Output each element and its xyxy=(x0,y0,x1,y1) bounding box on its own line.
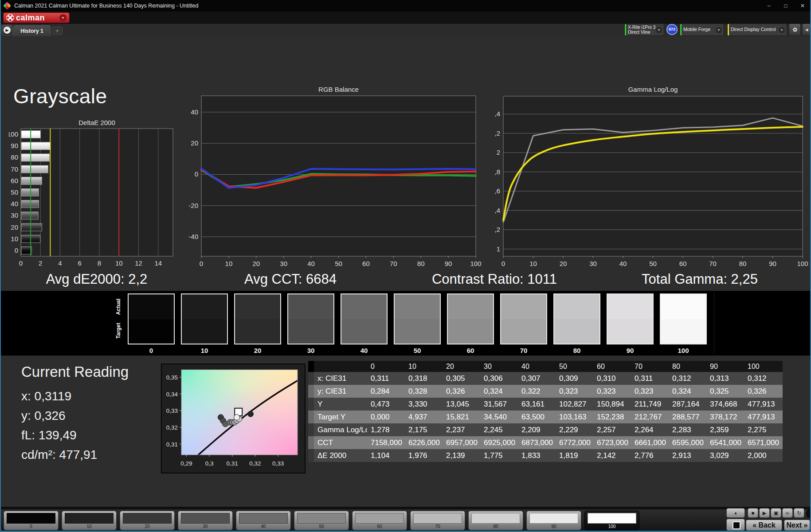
display-control-dropdown[interactable]: Direct Display Control ▾ xyxy=(727,23,787,36)
pattern-button-90[interactable]: 90 xyxy=(526,511,581,530)
settings-button[interactable] xyxy=(789,23,801,36)
actual-patch xyxy=(448,294,493,319)
pattern-label: 60 xyxy=(353,524,407,529)
pattern-window-button[interactable] xyxy=(726,519,745,531)
column-header: 70 xyxy=(631,361,669,372)
svg-text:0,29: 0,29 xyxy=(180,460,192,467)
maximize-button[interactable]: □ xyxy=(777,0,794,12)
back-button[interactable]: « Back xyxy=(746,520,782,531)
actual-row-label: Actual xyxy=(113,294,124,319)
table-row: CCT7158,0006226,0006957,0006925,0006873,… xyxy=(308,436,783,449)
svg-text:10: 10 xyxy=(11,235,18,243)
table-cell: 288,577 xyxy=(669,411,706,423)
calman-menu-button[interactable]: calman ▾ xyxy=(3,12,70,23)
pattern-swatch xyxy=(65,513,114,524)
table-cell: 2,229 xyxy=(556,423,593,436)
refresh-button[interactable]: ↻ xyxy=(794,508,804,518)
table-cell: 0,306 xyxy=(480,372,518,385)
minimize-button[interactable]: – xyxy=(760,0,777,12)
target-patch xyxy=(554,319,599,344)
table-cell: 0,311 xyxy=(367,372,405,385)
chevron-down-icon: ▾ xyxy=(656,27,662,33)
table-row: Target Y0,0004,93715,82134,54063,500103,… xyxy=(308,411,783,423)
table-cell: 2,139 xyxy=(443,449,480,462)
pattern-button-0[interactable]: 0 xyxy=(4,511,59,530)
svg-text:0,31: 0,31 xyxy=(166,441,178,448)
pattern-button-50[interactable]: 50 xyxy=(294,511,349,530)
swatch-label: 80 xyxy=(553,347,600,354)
pattern-label: 0 xyxy=(4,524,58,529)
grayscale-swatch-20: 20 xyxy=(234,293,281,344)
pattern-button-20[interactable]: 20 xyxy=(120,511,175,530)
table-cell: 0,305 xyxy=(443,372,480,385)
source-dropdown[interactable]: Mobile Forge ▾ xyxy=(680,23,724,36)
table-cell: 1,775 xyxy=(480,449,518,462)
table-cell: 0,323 xyxy=(593,385,631,398)
target-patch xyxy=(182,319,227,344)
target-patch xyxy=(661,319,706,344)
svg-text:2,2: 2,2 xyxy=(494,129,500,137)
svg-text:8: 8 xyxy=(98,259,101,267)
table-cell: 7158,000 xyxy=(367,436,405,449)
svg-text:2,4: 2,4 xyxy=(494,110,500,117)
play-button[interactable]: ▶ xyxy=(759,508,770,518)
table-cell: 0,326 xyxy=(744,385,782,398)
table-gutter xyxy=(308,411,314,423)
table-cell: 63,161 xyxy=(518,398,556,411)
table-cell: 0,323 xyxy=(556,385,593,398)
table-gutter xyxy=(308,423,314,436)
table-cell: 211,749 xyxy=(631,398,669,411)
table-cell: 2,283 xyxy=(669,423,706,436)
step-button[interactable]: ▣ xyxy=(771,508,781,518)
table-row: Y0,4733,33013,04531,56763,161102,827150,… xyxy=(308,398,783,411)
meter-dropdown[interactable]: X-Rite i1Pro 3 Direct View ▾ xyxy=(624,23,664,36)
stop-button[interactable]: ■ xyxy=(748,508,758,518)
table-cell: 378,172 xyxy=(706,411,744,423)
pattern-button-60[interactable]: 60 xyxy=(352,511,407,530)
svg-text:1,4: 1,4 xyxy=(494,207,500,214)
pattern-button-30[interactable]: 30 xyxy=(178,511,233,530)
svg-text:20: 20 xyxy=(11,223,18,231)
close-button[interactable]: ✕ xyxy=(794,0,811,12)
pattern-button-100[interactable]: 100 xyxy=(584,511,639,530)
pattern-button-10[interactable]: 10 xyxy=(62,511,117,530)
table-cell: 13,045 xyxy=(443,398,480,411)
table-cell: 287,164 xyxy=(669,398,706,411)
column-header: 90 xyxy=(706,361,744,372)
table-cell: 374,668 xyxy=(706,398,744,411)
svg-text:40: 40 xyxy=(191,108,198,116)
swatch-label: 100 xyxy=(660,347,707,354)
actual-patch xyxy=(288,294,333,319)
target-patch xyxy=(448,319,493,344)
svg-text:0,33: 0,33 xyxy=(166,407,178,414)
target-patch xyxy=(341,319,387,344)
add-tab-button[interactable]: + xyxy=(52,27,63,35)
svg-text:Gamma Log/Log: Gamma Log/Log xyxy=(628,86,678,93)
table-row: y: CIE310,2840,3280,3260,3240,3220,3230,… xyxy=(308,385,783,398)
svg-text:60: 60 xyxy=(362,260,370,267)
tab-history-1[interactable]: History 1 xyxy=(13,25,51,36)
table-cell: 2,142 xyxy=(593,449,631,462)
svg-text:6: 6 xyxy=(78,259,82,267)
expand-pattern-tray-button[interactable]: ▲ xyxy=(726,508,745,518)
table-cell: 1,278 xyxy=(367,423,405,436)
pattern-button-80[interactable]: 80 xyxy=(468,511,523,530)
svg-text:30: 30 xyxy=(589,260,597,267)
pattern-swatch xyxy=(297,513,346,524)
pattern-button-70[interactable]: 70 xyxy=(410,511,465,530)
table-cell: 2,913 xyxy=(669,449,706,462)
table-cell: 0,323 xyxy=(631,385,669,398)
column-header: 30 xyxy=(480,361,518,372)
table-cell: 1,833 xyxy=(518,449,556,462)
continuous-button[interactable]: ∞ xyxy=(782,508,793,518)
table-cell: 6772,000 xyxy=(556,436,593,449)
collapse-tray-button[interactable]: ◀ xyxy=(802,23,811,36)
table-cell: 31,567 xyxy=(480,398,518,411)
svg-text:14: 14 xyxy=(154,259,162,267)
pattern-label: 30 xyxy=(178,524,232,529)
svg-text:50: 50 xyxy=(335,260,342,267)
next-button[interactable]: Next » xyxy=(784,520,810,531)
pattern-button-40[interactable]: 40 xyxy=(236,511,291,530)
sidebar-expander-button[interactable]: ▶ xyxy=(2,25,12,35)
table-cell: 2,275 xyxy=(744,423,782,436)
